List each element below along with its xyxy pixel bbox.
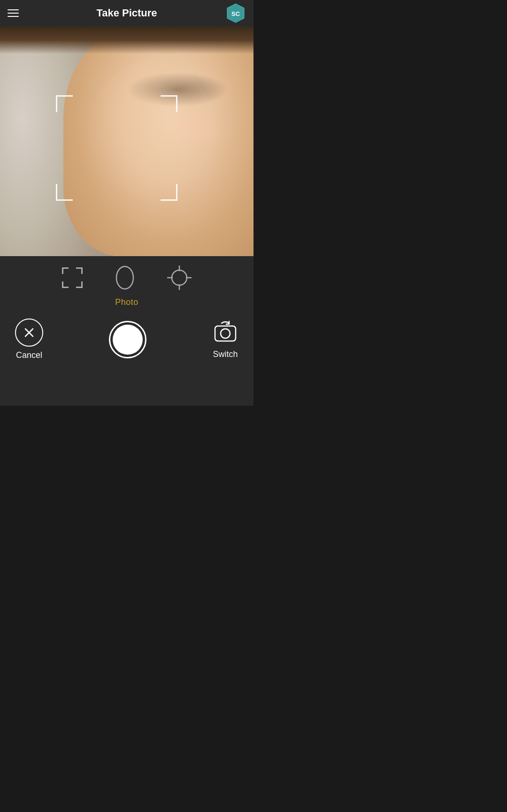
- cancel-label: Cancel: [16, 350, 42, 360]
- svg-point-11: [172, 270, 187, 285]
- menu-icon[interactable]: [8, 9, 19, 17]
- svg-text:SC: SC: [231, 10, 240, 17]
- face-oval-icon[interactable]: [113, 264, 137, 292]
- header-bar: Take Picture SC: [0, 0, 254, 26]
- svg-point-19: [221, 329, 230, 338]
- actions-row: Cancel Switch: [0, 319, 254, 360]
- camera-viewfinder: [0, 26, 254, 256]
- frame-corners-icon[interactable]: [60, 266, 84, 290]
- x-icon: [22, 325, 37, 340]
- cancel-button[interactable]: Cancel: [15, 319, 43, 360]
- face-glow: [89, 61, 215, 199]
- avatar[interactable]: SC: [225, 3, 246, 23]
- svg-point-10: [116, 266, 133, 289]
- crosshair-icon[interactable]: [165, 264, 193, 292]
- svg-rect-5: [81, 267, 83, 274]
- switch-label: Switch: [213, 349, 238, 359]
- mode-label: Photo: [115, 297, 138, 307]
- svg-rect-7: [62, 281, 63, 288]
- shutter-inner: [113, 325, 143, 355]
- shutter-button[interactable]: [109, 321, 146, 358]
- controls-panel: Photo Cancel: [0, 256, 254, 406]
- mode-icons-row: [60, 264, 193, 292]
- switch-button[interactable]: Switch: [212, 319, 238, 359]
- page-title: Take Picture: [96, 7, 157, 19]
- camera-flip-icon: [212, 319, 238, 346]
- hair-area: [0, 26, 254, 54]
- svg-rect-9: [81, 281, 83, 288]
- cancel-icon-circle: [15, 319, 43, 347]
- svg-rect-3: [62, 267, 63, 274]
